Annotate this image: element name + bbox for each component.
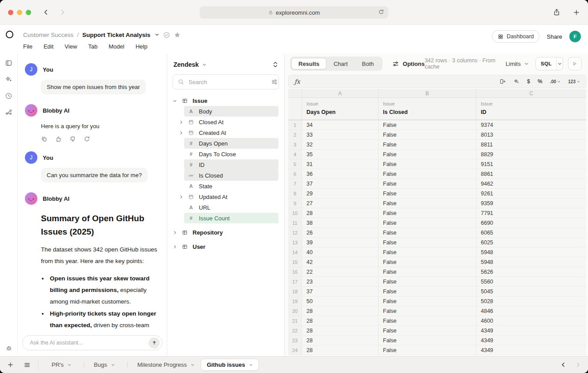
cell-is-closed[interactable]: False	[378, 228, 476, 237]
share-button[interactable]: Share	[547, 33, 562, 40]
thumbs-down-icon[interactable]	[69, 136, 76, 142]
breadcrumb-folder[interactable]: Customer Success	[23, 32, 73, 38]
cell-id[interactable]: 8811	[476, 140, 586, 149]
cell-days-open[interactable]: 37	[302, 287, 378, 296]
scroll-tabs-right-icon[interactable]	[575, 362, 581, 368]
sparkle-format-icon[interactable]	[513, 78, 520, 85]
cell-is-closed[interactable]: False	[378, 208, 476, 218]
field-search-box[interactable]	[173, 74, 279, 89]
field-tree-item[interactable]: A # Created At	[172, 127, 284, 138]
field-tree-item[interactable]: A # Body	[172, 106, 284, 117]
row-number[interactable]: 14	[288, 247, 302, 257]
tree-chevron-icon[interactable]	[173, 97, 177, 104]
page-title[interactable]: Support Ticket Analysis	[82, 32, 150, 38]
field-search-input[interactable]	[188, 78, 268, 86]
cell-is-closed[interactable]: False	[378, 120, 476, 130]
row-number[interactable]: 1	[288, 120, 302, 130]
cell-is-closed[interactable]: False	[378, 316, 476, 325]
add-tab-icon[interactable]	[7, 361, 14, 368]
cell-is-closed[interactable]: False	[378, 277, 476, 286]
cell-days-open[interactable]: 31	[302, 159, 378, 169]
cell-id[interactable]: 5045	[476, 287, 586, 296]
tree-chevron-icon[interactable]	[172, 231, 178, 235]
cell-days-open[interactable]: 28	[302, 326, 378, 335]
cell-id[interactable]: 9151	[476, 159, 586, 169]
row-number[interactable]: 19	[288, 296, 302, 306]
collapse-expand-all-icon[interactable]	[273, 61, 278, 68]
cell-days-open[interactable]: 40	[302, 247, 378, 257]
cell-id[interactable]: 5626	[476, 267, 586, 276]
row-number[interactable]: 20	[288, 306, 302, 316]
cell-is-closed[interactable]: False	[378, 150, 476, 159]
row-number[interactable]: 2	[288, 130, 302, 139]
history-clock-icon[interactable]	[5, 92, 12, 100]
row-number[interactable]: 23	[288, 336, 302, 345]
insert-column-icon[interactable]	[499, 78, 506, 85]
cell-id[interactable]: 9261	[476, 189, 586, 198]
field-tree-item[interactable]: A # Is Closed	[172, 170, 284, 181]
cell-days-open[interactable]: 28	[302, 345, 378, 355]
cell-id[interactable]: 6065	[476, 228, 586, 237]
cell-days-open[interactable]: 22	[302, 267, 378, 276]
close-window-button[interactable]	[8, 10, 13, 15]
cell-id[interactable]: 5560	[476, 277, 586, 286]
field-tree-item[interactable]: A # User	[172, 241, 284, 252]
cell-days-open[interactable]: 33	[302, 130, 378, 139]
cell-days-open[interactable]: 28	[302, 316, 378, 325]
copy-icon[interactable]	[41, 136, 48, 142]
tree-chevron-icon[interactable]	[178, 120, 184, 124]
workbook-tab[interactable]: Bugs	[77, 359, 121, 371]
schema-branch-icon[interactable]	[5, 109, 12, 116]
view-tab[interactable]: Results	[291, 58, 326, 69]
view-tab[interactable]: Chart	[326, 58, 355, 69]
cell-is-closed[interactable]: False	[378, 130, 476, 139]
column-letter[interactable]: C	[476, 89, 586, 97]
cell-days-open[interactable]: 28	[302, 208, 378, 218]
cell-is-closed[interactable]: False	[378, 218, 476, 227]
cell-is-closed[interactable]: False	[378, 257, 476, 267]
column-letter[interactable]: A	[302, 89, 378, 97]
menu-item[interactable]: File	[23, 43, 32, 50]
cell-id[interactable]: 4600	[476, 316, 586, 325]
cell-is-closed[interactable]: False	[378, 296, 476, 306]
menu-item[interactable]: Edit	[44, 43, 53, 50]
decimal-format-dropdown[interactable]: .00	[550, 79, 560, 84]
cell-id[interactable]: 6025	[476, 238, 586, 247]
number-format-dropdown[interactable]: 123	[568, 79, 580, 84]
cell-days-open[interactable]: 29	[302, 189, 378, 198]
cell-id[interactable]: 8829	[476, 150, 586, 159]
minimize-window-button[interactable]	[17, 10, 22, 15]
field-tree-item[interactable]: A # Closed At	[172, 117, 284, 127]
cell-days-open[interactable]: 32	[302, 140, 378, 149]
cell-is-closed[interactable]: False	[378, 267, 476, 276]
field-tree-item[interactable]: A # State	[172, 181, 284, 191]
cell-is-closed[interactable]: False	[378, 140, 476, 149]
limits-dropdown[interactable]: Limits	[506, 61, 528, 67]
tree-chevron-icon[interactable]	[178, 195, 184, 199]
cell-id[interactable]: 7791	[476, 208, 586, 218]
ai-input-bar[interactable]	[22, 335, 162, 350]
cell-is-closed[interactable]: False	[378, 326, 476, 335]
user-avatar[interactable]: F	[569, 31, 581, 42]
cell-id[interactable]: 8013	[476, 130, 586, 139]
panel-toggle-icon[interactable]	[5, 59, 12, 67]
row-number[interactable]: 11	[288, 218, 302, 227]
debug-bug-icon[interactable]	[5, 345, 12, 352]
share-page-icon[interactable]	[553, 8, 560, 16]
row-number[interactable]: 8	[288, 189, 302, 198]
column-letter[interactable]: B	[378, 89, 476, 97]
cell-id[interactable]: 4846	[476, 306, 586, 316]
view-tab[interactable]: Both	[355, 58, 381, 69]
workbook-tab[interactable]: Milestone Progress	[121, 359, 201, 371]
row-number[interactable]: 18	[288, 287, 302, 296]
cell-id[interactable]: 9374	[476, 120, 586, 130]
cell-is-closed[interactable]: False	[378, 306, 476, 316]
menu-item[interactable]: View	[64, 43, 77, 50]
menu-item[interactable]: Help	[136, 43, 148, 50]
cell-id[interactable]: 4349	[476, 326, 586, 335]
column-header[interactable]: Issue Is Closed	[378, 98, 476, 120]
cell-days-open[interactable]: 26	[302, 228, 378, 237]
cell-id[interactable]: 5028	[476, 296, 586, 306]
row-number[interactable]: 10	[288, 208, 302, 218]
source-chevron-down-icon[interactable]	[202, 63, 206, 67]
